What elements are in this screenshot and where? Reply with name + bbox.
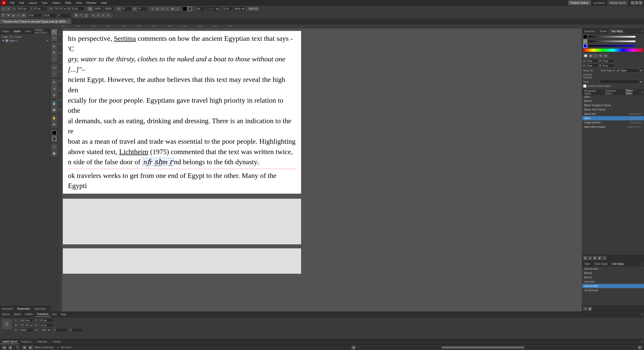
italic-btn[interactable]: I [79, 13, 83, 18]
shear-input[interactable] [137, 7, 148, 11]
os-item-above-line[interactable]: above-line Shift+Num 0 [582, 112, 644, 116]
color-spectrum[interactable] [583, 48, 643, 52]
shear-tool[interactable]: ⊘ [51, 92, 57, 98]
tb2-btn5[interactable]: ⊞ [21, 13, 26, 18]
ts-item-row-color[interactable]: row-color [582, 280, 644, 284]
panel-options-btn[interactable]: ≡ [640, 29, 644, 33]
os-clear-btn[interactable]: ⊠ [593, 256, 597, 260]
stroke-color-indicator[interactable] [52, 137, 57, 141]
maximize-button[interactable]: □ [635, 1, 638, 5]
constrain-btn[interactable]: ⛓ [87, 7, 93, 11]
adobe-stock-button[interactable]: Adobe Stock [608, 1, 628, 5]
y-input[interactable] [33, 7, 47, 11]
animation-tab[interactable]: Animation [0, 307, 15, 311]
ref-point-ml[interactable] [2, 323, 5, 326]
tf-scale-x-input[interactable] [19, 328, 33, 332]
bottom-panel-options-btn[interactable]: ≡ [640, 312, 644, 317]
font-size-input[interactable] [28, 13, 42, 18]
wrap-jump-btn[interactable]: ⊟ [598, 54, 603, 58]
os-item-close-none[interactable]: × [641, 100, 642, 102]
last-page-btn[interactable]: ▶| [29, 345, 33, 349]
wrap-rect-btn[interactable]: ▦ [588, 54, 593, 58]
color-slider-1[interactable] [588, 36, 636, 38]
tracking-input[interactable] [57, 13, 71, 18]
selection-tool-btn[interactable]: ↖ [1, 7, 6, 11]
ts-item-c3-cell-head[interactable]: c3-cell-head [582, 288, 644, 292]
os-style-btn[interactable]: ✦ [588, 256, 592, 260]
liquid-layout-tab[interactable]: Liquid Layout [0, 339, 19, 344]
links-tab[interactable]: Links [23, 29, 33, 33]
menu-object[interactable]: Object [50, 1, 62, 5]
w-input[interactable] [53, 7, 67, 11]
selection-tool[interactable]: ↖ [51, 29, 57, 35]
scroll-right-btn[interactable]: ▶ [638, 345, 642, 349]
wrap-to-select[interactable]: Both Right & Left Sides [599, 68, 643, 72]
scale-y-input[interactable] [104, 7, 114, 11]
tf-h-input[interactable] [40, 323, 54, 327]
type-tool[interactable]: T [51, 50, 57, 56]
tf-scale-y-select[interactable]: 100% [40, 328, 51, 332]
fill-swatch[interactable] [182, 7, 187, 11]
menu-type[interactable]: Type [40, 1, 50, 5]
hyperlinks-tab[interactable]: Hyperlinks [32, 307, 48, 311]
page-number-input[interactable] [14, 345, 21, 349]
menu-table[interactable]: Table [63, 1, 73, 5]
stroke-tab[interactable]: Stroke [597, 29, 609, 33]
layers-tab[interactable]: Layers [11, 29, 23, 33]
color-swatch-black[interactable] [583, 35, 587, 39]
ts-item-row-no-color-1[interactable]: row-no-color [582, 267, 644, 271]
eyedropper-tool[interactable]: 💧 [51, 100, 57, 106]
info-tab[interactable]: Info [50, 312, 59, 317]
align-top-btn[interactable]: ⊤ [165, 7, 170, 11]
color-swatch-gray[interactable] [583, 39, 587, 43]
text-align-left-btn[interactable]: ≡ [91, 13, 96, 18]
normal-mode-btn[interactable]: □ [51, 144, 57, 150]
menu-edit[interactable]: Edit [17, 1, 26, 5]
sub-tabs-options-btn[interactable]: ≡ [640, 340, 644, 344]
layer-eye-icon[interactable]: 👁 [2, 39, 5, 42]
text-align-center-btn[interactable]: ≡ [96, 13, 101, 18]
hand-tool[interactable]: ✋ [51, 115, 57, 121]
align-left-btn[interactable]: ⊣ [150, 7, 155, 11]
effects-tab[interactable]: Effects [0, 312, 12, 317]
text-align-right-btn[interactable]: ≡ [101, 13, 106, 18]
ts-new-btn[interactable]: + [583, 307, 587, 311]
rectangle-tool[interactable]: ▭ [51, 65, 57, 71]
os-item-none[interactable]: [None] × [582, 99, 644, 103]
menu-layout[interactable]: Layout [27, 1, 39, 5]
align-bottom-btn[interactable]: ⊥ [175, 7, 180, 11]
preview-mode-btn[interactable]: ▣ [51, 150, 57, 156]
h-input[interactable] [71, 7, 85, 11]
color-slider-2[interactable] [588, 40, 636, 42]
ts-item-row-no-color-active[interactable]: row-no-color [582, 284, 644, 288]
zoom-tool[interactable]: ⊕ [51, 121, 57, 127]
scroll-left-btn[interactable]: ◀ [352, 345, 356, 349]
pen-tool[interactable]: ✒ [51, 44, 57, 50]
rotate-tool[interactable]: ↻ [51, 79, 57, 85]
transform-tab[interactable]: Transform [35, 312, 50, 317]
ellipse-tool[interactable]: ○ [51, 71, 57, 77]
x-input[interactable] [16, 7, 30, 11]
underline-btn[interactable]: U [84, 13, 88, 18]
os-new-btn[interactable]: + [602, 256, 606, 260]
wrap-object-shape-btn[interactable]: ⬡ [593, 54, 598, 58]
canvas-area[interactable]: 80 90 100 110 120 130 140 150 160 his pe… [58, 28, 582, 311]
os-item-image-position[interactable]: image-position Shift+Num 9 [582, 120, 644, 125]
close-button[interactable]: × [639, 1, 642, 5]
minimize-button[interactable]: — [631, 1, 634, 5]
tf-shear-input[interactable] [69, 328, 83, 332]
shear-btn[interactable]: ⊘ [132, 7, 137, 11]
ref-point-tr[interactable] [9, 319, 12, 322]
os-item-basic-graphics[interactable]: [Basic Graphics Frame] [582, 103, 644, 107]
auto-fit-btn[interactable]: Auto-Fit [248, 7, 259, 11]
tb2-btn1[interactable]: T [1, 13, 6, 18]
os-delete-btn[interactable]: 🗑 [598, 256, 602, 260]
text-align-justify-btn[interactable]: ≡ [106, 13, 111, 18]
data-merge-tab[interactable]: Data Me... [35, 340, 51, 344]
wrap-none-btn[interactable]: ⬜ [583, 54, 588, 58]
tb2-btn2[interactable]: ▼ [6, 13, 11, 18]
menu-help[interactable]: Help [99, 1, 109, 5]
ref-point-br[interactable] [9, 326, 12, 329]
publish-online-button[interactable]: Publish Online [568, 1, 591, 5]
direct-select-btn[interactable]: ↗ [6, 7, 11, 11]
